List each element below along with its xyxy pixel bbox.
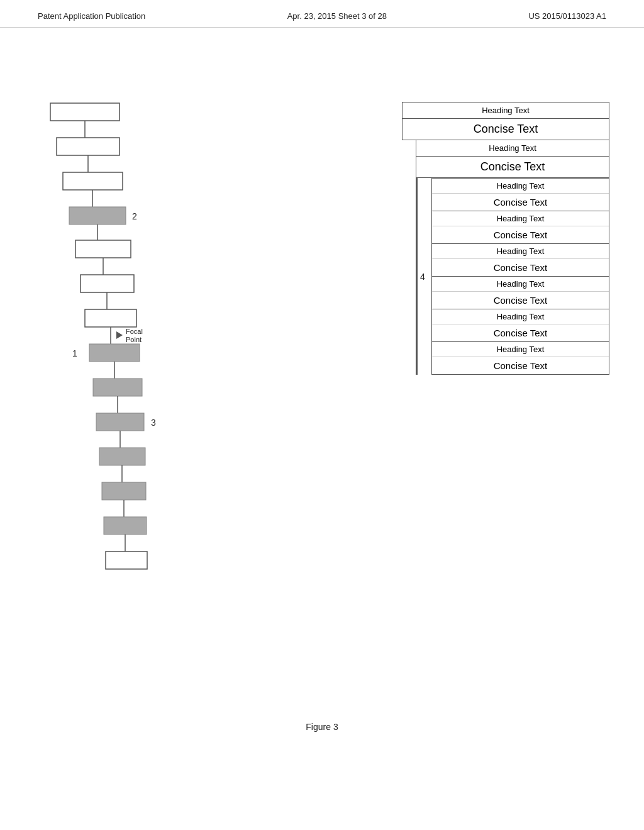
level3-vbar — [416, 178, 418, 375]
level3-bar-area: 4 — [416, 178, 431, 375]
svg-marker-15 — [116, 331, 123, 339]
svg-rect-32 — [106, 551, 147, 569]
svg-text:Point: Point — [126, 336, 142, 343]
level3-panel-row-3: Heading TextConcise Text — [432, 277, 609, 309]
level3-concise-0: Concise Text — [432, 194, 609, 211]
level3-panel-row-2: Heading TextConcise Text — [432, 244, 609, 277]
svg-rect-4 — [63, 172, 123, 190]
level3-panel-row-1: Heading TextConcise Text — [432, 211, 609, 244]
level3-concise-2: Concise Text — [432, 259, 609, 276]
header-left: Patent Application Publication — [38, 11, 145, 21]
svg-rect-2 — [57, 138, 119, 155]
svg-text:3: 3 — [151, 418, 156, 428]
level3-heading-1: Heading Text — [432, 211, 609, 226]
level3-heading-3: Heading Text — [432, 277, 609, 292]
svg-rect-6 — [69, 207, 126, 224]
header-right: US 2015/0113023 A1 — [528, 11, 606, 21]
svg-rect-23 — [96, 413, 144, 431]
svg-rect-11 — [80, 275, 134, 292]
label4: 4 — [420, 272, 425, 282]
svg-rect-0 — [50, 103, 119, 121]
level3-section: 4 Heading TextConcise TextHeading TextCo… — [416, 178, 609, 375]
svg-rect-13 — [85, 309, 136, 327]
patent-header: Patent Application Publication Apr. 23, … — [0, 0, 644, 28]
level3-panel-row-0: Heading TextConcise Text — [432, 179, 609, 211]
svg-text:1: 1 — [72, 348, 77, 358]
svg-rect-18 — [89, 344, 140, 362]
top-level-panel: Heading Text Concise Text — [402, 102, 609, 140]
svg-rect-21 — [93, 379, 142, 396]
level3-heading-4: Heading Text — [432, 309, 609, 324]
level3-concise-4: Concise Text — [432, 324, 609, 341]
diagram-area: 2 Focal Point 1 3 — [0, 28, 644, 770]
level3-panels-column: Heading TextConcise TextHeading TextConc… — [431, 178, 609, 375]
tree-diagram: 2 Focal Point 1 3 — [44, 97, 277, 600]
svg-rect-9 — [75, 240, 131, 258]
right-panels: Heading Text Concise Text Heading Text C… — [402, 102, 609, 375]
top-panel-concise: Concise Text — [402, 119, 609, 140]
level3-concise-5: Concise Text — [432, 357, 609, 374]
level2-panel-wrapper: Heading Text Concise Text — [416, 140, 609, 178]
svg-rect-28 — [102, 482, 146, 500]
level3-heading-0: Heading Text — [432, 179, 609, 194]
top-panel-heading: Heading Text — [402, 102, 609, 119]
svg-rect-30 — [104, 517, 147, 534]
level2-panel-heading: Heading Text — [416, 140, 609, 157]
level3-panel-row-5: Heading TextConcise Text — [432, 342, 609, 374]
svg-text:Focal: Focal — [126, 328, 143, 335]
level3-heading-5: Heading Text — [432, 342, 609, 357]
svg-rect-26 — [99, 448, 145, 465]
header-center: Apr. 23, 2015 Sheet 3 of 28 — [287, 11, 387, 21]
label4-area: 4 — [419, 178, 431, 375]
level3-concise-1: Concise Text — [432, 226, 609, 243]
figure-caption: Figure 3 — [306, 722, 338, 732]
level2-panel-concise: Concise Text — [416, 157, 609, 177]
level3-concise-3: Concise Text — [432, 292, 609, 309]
svg-text:2: 2 — [132, 211, 137, 221]
level3-panel-row-4: Heading TextConcise Text — [432, 309, 609, 342]
level3-heading-2: Heading Text — [432, 244, 609, 259]
